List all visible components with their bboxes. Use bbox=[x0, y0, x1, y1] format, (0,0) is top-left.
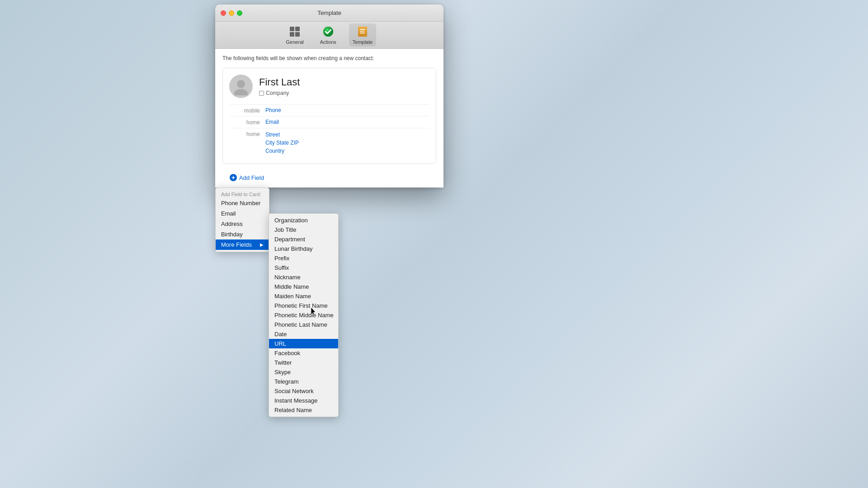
menu-item-department[interactable]: Department bbox=[269, 235, 338, 244]
contact-name: First Last bbox=[259, 76, 300, 88]
menu-item-phonetic-middle-name[interactable]: Phonetic Middle Name bbox=[269, 310, 338, 320]
address-country: Country bbox=[265, 147, 299, 155]
menu-item-facebook[interactable]: Facebook bbox=[269, 348, 338, 358]
add-field-button[interactable]: + Add Field bbox=[230, 174, 264, 181]
contact-card: First Last Company mobile Phone home Ema… bbox=[222, 68, 436, 164]
svg-rect-9 bbox=[360, 31, 364, 32]
titlebar: Template bbox=[215, 5, 443, 22]
close-button[interactable] bbox=[221, 10, 226, 16]
company-checkbox[interactable] bbox=[259, 91, 264, 96]
address-street: Street bbox=[265, 131, 299, 139]
menu-item-phonetic-first-name[interactable]: Phonetic First Name bbox=[269, 301, 338, 310]
toolbar-general[interactable]: General bbox=[283, 23, 307, 47]
menu-item-twitter[interactable]: Twitter bbox=[269, 358, 338, 367]
phone-field-label: mobile bbox=[229, 107, 265, 114]
address-city-state-zip: City State ZIP bbox=[265, 139, 299, 147]
email-field-value: Email bbox=[265, 119, 279, 125]
maximize-button[interactable] bbox=[237, 10, 242, 16]
menu-item-maiden-name[interactable]: Maiden Name bbox=[269, 291, 338, 301]
menu-item-nickname[interactable]: Nickname bbox=[269, 272, 338, 282]
email-field-row: home Email bbox=[229, 116, 429, 128]
menu-item-organization[interactable]: Organization bbox=[269, 216, 338, 225]
menu-item-job-title[interactable]: Job Title bbox=[269, 225, 338, 235]
toolbar: General Actions bbox=[215, 22, 443, 49]
general-icon bbox=[288, 25, 301, 38]
svg-point-11 bbox=[237, 80, 245, 88]
menu-item-related-name[interactable]: Related Name bbox=[269, 405, 338, 415]
menu-item-birthday[interactable]: Birthday bbox=[216, 229, 269, 239]
svg-rect-1 bbox=[295, 27, 300, 31]
description-text: The following fields will be shown when … bbox=[222, 55, 436, 61]
toolbar-actions[interactable]: Actions bbox=[316, 23, 340, 47]
menu-item-phone-number[interactable]: Phone Number bbox=[216, 198, 269, 208]
contact-info: First Last Company bbox=[259, 76, 300, 96]
address-field-label: home bbox=[229, 131, 265, 137]
menu-item-middle-name[interactable]: Middle Name bbox=[269, 282, 338, 291]
dropdown-header: Add Field to Card: bbox=[216, 190, 269, 198]
submenu-arrow-icon: ▶ bbox=[260, 242, 264, 247]
template-icon bbox=[356, 25, 369, 38]
template-label: Template bbox=[353, 39, 373, 45]
window-content: The following fields will be shown when … bbox=[215, 49, 443, 188]
avatar bbox=[229, 75, 253, 98]
window-title: Template bbox=[317, 9, 341, 16]
menu-item-prefix[interactable]: Prefix bbox=[269, 253, 338, 263]
phone-field-row: mobile Phone bbox=[229, 104, 429, 116]
menu-item-email[interactable]: Email bbox=[216, 208, 269, 219]
svg-point-12 bbox=[234, 89, 248, 95]
traffic-lights bbox=[221, 10, 242, 16]
menu-item-skype[interactable]: Skype bbox=[269, 367, 338, 377]
secondary-dropdown: Organization Job Title Department Lunar … bbox=[269, 213, 339, 417]
add-field-section: + Add Field bbox=[222, 170, 436, 185]
svg-rect-10 bbox=[360, 33, 365, 33]
email-field-label: home bbox=[229, 119, 265, 126]
menu-item-lunar-birthday[interactable]: Lunar Birthday bbox=[269, 244, 338, 253]
svg-point-5 bbox=[323, 27, 333, 37]
more-fields-label: More Fields bbox=[221, 241, 252, 248]
menu-item-address[interactable]: Address bbox=[216, 219, 269, 229]
menu-item-more-fields[interactable]: More Fields ▶ bbox=[216, 239, 269, 250]
address-field-row: home Street City State ZIP Country bbox=[229, 128, 429, 157]
svg-rect-2 bbox=[290, 32, 294, 37]
phone-field-value: Phone bbox=[265, 107, 281, 113]
general-label: General bbox=[286, 39, 304, 45]
menu-item-telegram[interactable]: Telegram bbox=[269, 377, 338, 386]
primary-dropdown: Add Field to Card: Phone Number Email Ad… bbox=[215, 188, 269, 252]
contact-company: Company bbox=[259, 90, 300, 96]
menu-item-url[interactable]: URL bbox=[269, 339, 338, 348]
add-field-label: Add Field bbox=[239, 174, 264, 181]
svg-rect-3 bbox=[295, 32, 300, 37]
svg-rect-0 bbox=[290, 27, 294, 31]
svg-rect-8 bbox=[360, 29, 365, 30]
company-label: Company bbox=[266, 90, 289, 96]
minimize-button[interactable] bbox=[229, 10, 234, 16]
actions-icon bbox=[322, 25, 335, 38]
menu-item-suffix[interactable]: Suffix bbox=[269, 263, 338, 272]
menu-item-social-network[interactable]: Social Network bbox=[269, 386, 338, 396]
contact-header: First Last Company bbox=[229, 75, 429, 98]
contacts-window: Template General bbox=[215, 5, 443, 188]
plus-circle-icon: + bbox=[230, 174, 237, 181]
actions-label: Actions bbox=[320, 39, 336, 45]
menu-item-date[interactable]: Date bbox=[269, 329, 338, 339]
toolbar-template[interactable]: Template bbox=[349, 23, 377, 47]
menu-item-instant-message[interactable]: Instant Message bbox=[269, 396, 338, 405]
menu-item-phonetic-last-name[interactable]: Phonetic Last Name bbox=[269, 320, 338, 329]
address-field-value: Street City State ZIP Country bbox=[265, 131, 299, 155]
